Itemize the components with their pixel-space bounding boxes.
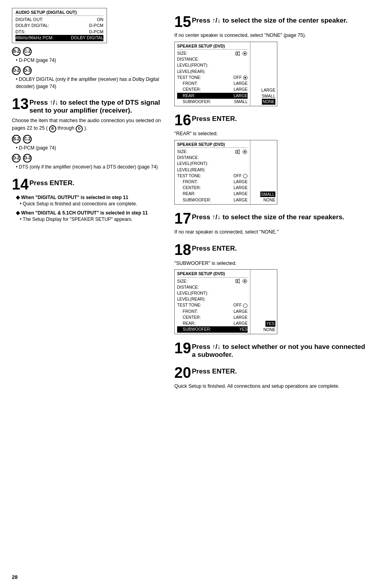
speaker-box-1-wrap: SPEAKER SETUP (DVD) SIZE: DISTANCE: LEVE… — [175, 42, 277, 106]
step14-sub1: ◆ When "DIGITAL OUTPUT" is selected in s… — [16, 194, 162, 207]
b2c2-text-second: • D-PCM (page 74) — [16, 144, 162, 151]
step17-title: Press ↑/↓ to select the size of the rear… — [192, 211, 344, 221]
step19-heading: 19 Press ↑/↓ to select whether or not yo… — [174, 341, 366, 359]
step16-body: "REAR" is selected. — [174, 130, 366, 138]
badge-d-inline: D — [76, 125, 83, 132]
sb3-row-level-rear: LEVEL(REAR): — [177, 296, 248, 302]
sb1-opt-large: LARGE — [261, 87, 275, 93]
sb2-opt-none: NONE — [263, 197, 275, 203]
sb1-row-size: SIZE: — [177, 50, 248, 56]
sb2-main: SPEAKER SETUP (DVD) SIZE: DISTANCE: LEVE… — [175, 140, 250, 204]
sb2-sidebar: SMALL NONE — [250, 140, 277, 204]
test-tone-icon-3 — [243, 303, 248, 308]
badge-b2-second: B-2 — [12, 135, 21, 144]
speaker-icon-2 — [235, 149, 241, 155]
b2c2-text-first: • D-PCM (page 74) — [16, 57, 162, 64]
sb3-title: SPEAKER SETUP (DVD) — [177, 271, 248, 277]
step15-heading: 15 Press ↑/↓ to select the size of the c… — [174, 14, 366, 29]
d2d3-text-first: • DOLBY DIGITAL (only if the amplifier (… — [16, 76, 162, 90]
test-tone-icon — [243, 75, 248, 80]
svg-point-5 — [244, 77, 246, 79]
badge-c2-first: C-2 — [23, 47, 32, 56]
sb2-row-distance: DISTANCE: — [177, 155, 248, 161]
sb2-row-size: SIZE: — [177, 149, 248, 155]
sb2-row-test-tone: TEST TONE: OFF — [177, 173, 248, 179]
audio-row-dolby: DOLBY DIGITAL: D-PCM — [15, 23, 103, 29]
step14-sub1-label: ◆ When "DIGITAL OUTPUT" is selected in s… — [16, 194, 162, 200]
through-text: through — [57, 125, 74, 131]
speaker-icon-3 — [235, 278, 241, 284]
svg-point-10 — [243, 174, 247, 178]
step18-heading: 18 Press ENTER. — [174, 242, 366, 257]
sb1-title: SPEAKER SETUP (DVD) — [177, 43, 248, 50]
step20-body: Quick Setup is finished. All connections… — [174, 383, 366, 390]
badge-row-d2-d3-first: D-2 D-3 — [12, 66, 162, 75]
sb2-row-rear: REAR:LARGE — [177, 191, 248, 197]
badge-row-d2-d3-second: D-2 D-3 — [12, 154, 162, 163]
step19-title: Press ↑/↓ to select whether or not you h… — [192, 341, 366, 359]
sb1-opt-none-selected: NONE — [262, 99, 275, 105]
sb1-row-distance: DISTANCE: — [177, 56, 248, 62]
step17-num: 17 — [174, 211, 191, 226]
page-number: 28 — [12, 574, 17, 580]
badge-row-b2-c2-first: B-2 C-2 — [12, 47, 162, 56]
diamond-icon-2: ◆ — [16, 210, 20, 216]
step16-num: 16 — [174, 113, 191, 128]
speaker-box-1: SPEAKER SETUP (DVD) SIZE: DISTANCE: LEVE… — [174, 42, 277, 106]
svg-rect-0 — [236, 52, 237, 55]
step18-body: "SUBWOOFER" is selected. — [174, 260, 366, 267]
sb1-sidebar: LARGE SMALL NONE — [250, 42, 277, 106]
sb3-sidebar: YES NONE — [250, 270, 277, 333]
sb3-row-distance: DISTANCE: — [177, 284, 248, 290]
audio-row-48khz: 48kHz/96kHz PCM: DOLBY DIGITAL — [15, 35, 103, 41]
sb2-row-subwoofer: SUBWOOFER:LARGE — [177, 197, 248, 203]
step14-title: Press ENTER. — [29, 177, 74, 187]
audio-row-dts: DTS: D-PCM — [15, 29, 103, 35]
page-layout: AUDIO SETUP (DIGITAL OUT) DIGITAL OUT: O… — [12, 8, 366, 393]
sb1-row-front: FRONT:LARGE — [177, 80, 248, 86]
step15-num: 15 — [174, 14, 191, 29]
step13-body: Choose the item that matches the audio c… — [12, 117, 162, 132]
step15-body: If no center speaker is connected, selec… — [174, 32, 366, 39]
step17-body: If no rear speaker is connected, select … — [174, 228, 366, 236]
sb2-title: SPEAKER SETUP (DVD) — [177, 142, 248, 148]
badge-row-b2-c2-second: B-2 C-2 — [12, 135, 162, 144]
step19-num: 19 — [174, 341, 191, 356]
sb3-main: SPEAKER SETUP (DVD) SIZE: DISTANCE: LEVE… — [175, 270, 250, 333]
step16-title: Press ENTER. — [192, 113, 237, 123]
sb2-opt-small-selected: SMALL — [260, 192, 275, 197]
badge-d3-second: D-3 — [23, 154, 32, 163]
setup-icon-3 — [242, 278, 248, 284]
sb1-row-rear-selected: REAR:LARGE — [177, 93, 248, 99]
48khz-label: 48kHz/96kHz PCM: — [15, 35, 53, 41]
sb2-row-front: FRONT:LARGE — [177, 179, 248, 185]
sb3-row-subwoofer-selected: SUBWOOFER:YES — [177, 326, 248, 332]
dts-value: D-PCM — [89, 29, 103, 35]
step14-heading: 14 Press ENTER. — [12, 177, 162, 192]
badge-d2-first: D-2 — [12, 66, 21, 75]
sb3-row-center: CENTER:LARGE — [177, 314, 248, 320]
dolby-label: DOLBY DIGITAL: — [15, 23, 49, 29]
setup-icon — [242, 51, 248, 56]
step18-num: 18 — [174, 242, 191, 257]
svg-point-9 — [244, 151, 246, 153]
svg-rect-6 — [236, 150, 237, 153]
svg-marker-12 — [237, 279, 239, 283]
48khz-value: DOLBY DIGITAL — [71, 35, 103, 41]
left-column: AUDIO SETUP (DIGITAL OUT) DIGITAL OUT: O… — [12, 8, 162, 393]
digital-out-value: ON — [97, 17, 104, 23]
step13-title: Press ↑/↓ to select the type of DTS sign… — [29, 96, 162, 115]
svg-marker-1 — [237, 51, 239, 56]
step18-title: Press ENTER. — [192, 242, 237, 253]
audio-setup-box: AUDIO SETUP (DIGITAL OUT) DIGITAL OUT: O… — [12, 8, 107, 43]
sb1-row-level-front: LEVEL(FRONT): — [177, 62, 248, 68]
svg-point-3 — [244, 53, 246, 54]
step14-sub1-bullet: • Quick Setup is finished and connection… — [20, 200, 162, 207]
sb1-row-test-tone: TEST TONE: OFF — [177, 75, 248, 80]
step20-heading: 20 Press ENTER. — [174, 365, 366, 380]
step16-heading: 16 Press ENTER. — [174, 113, 366, 128]
sb1-size-label: SIZE: — [177, 50, 187, 56]
d2d3-text-second: • DTS (only if the amplifier (receiver) … — [16, 163, 162, 170]
sb3-row-level-front: LEVEL(FRONT): — [177, 290, 248, 296]
step13-num: 13 — [12, 96, 29, 111]
